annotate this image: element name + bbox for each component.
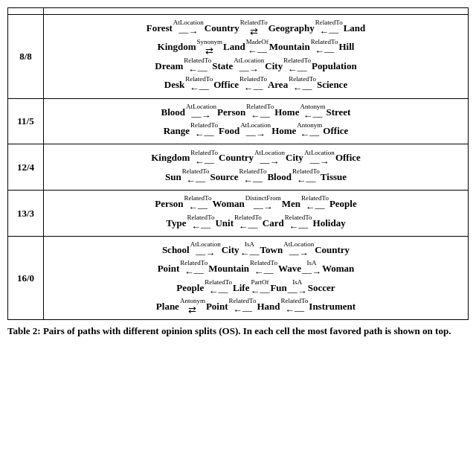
path-line: School AtLocation —→ City IsA ←— Town At…	[50, 241, 462, 258]
path-word: Country	[315, 241, 350, 258]
relation: RelatedTo ←—	[182, 168, 210, 185]
path-word: School	[162, 241, 190, 258]
path-line: Range RelatedTo ←— Food AtLocation —→ Ho…	[50, 122, 462, 139]
path-word: Science	[317, 76, 347, 93]
os-cell: 13/3	[8, 191, 44, 237]
path-word: Mountain	[269, 38, 310, 55]
os-cell: 8/8	[8, 15, 44, 99]
path-line: Sun RelatedTo ←— Source RelatedTo ←— Blo…	[50, 168, 462, 185]
path-word: Person	[155, 195, 183, 212]
path-word: State	[212, 57, 233, 74]
relation: AtLocation —→	[186, 103, 216, 121]
path-word: Person	[217, 103, 245, 121]
relation: RelatedTo ←—	[301, 195, 329, 212]
path-word: Country	[219, 149, 254, 166]
relation: Antonym ⇄	[180, 298, 205, 315]
table-row: 13/3Person RelatedTo ←— Woman DistinctFr…	[8, 191, 469, 237]
table-row: 12/4Kingdom RelatedTo ←— Country AtLocat…	[8, 144, 469, 191]
os-header	[8, 8, 44, 15]
relation: RelatedTo ←—	[280, 298, 308, 315]
path-word: Home	[274, 103, 299, 121]
path-word: People	[176, 279, 204, 296]
path-line: Type RelatedTo ←— Unit RelatedTo ←— Card…	[50, 214, 462, 231]
relation: RelatedTo ←—	[311, 39, 338, 56]
relation: RelatedTo ←—	[285, 214, 312, 231]
path-word: Land	[344, 19, 366, 36]
main-table: 8/8Forest AtLocation —→ Country RelatedT…	[7, 7, 469, 320]
relation: RelatedTo ←—	[239, 168, 267, 185]
path-word: Range	[164, 122, 190, 139]
os-cell: 16/0	[8, 236, 44, 320]
table-row: 8/8Forest AtLocation —→ Country RelatedT…	[8, 15, 469, 99]
path-word: Food	[219, 122, 239, 139]
path-word: Blood	[161, 103, 186, 121]
path-word: Wave	[278, 260, 301, 277]
relation: RelatedTo ←—	[205, 279, 232, 296]
path-word: Office	[213, 76, 239, 93]
path-line: Blood AtLocation —→ Person RelatedTo ←— …	[50, 103, 462, 121]
relation: RelatedTo ←—	[246, 103, 274, 121]
relation: RelatedTo ←—	[292, 168, 320, 185]
relation: IsA —→	[302, 260, 321, 277]
path-word: City	[265, 57, 283, 74]
path-word: Hand	[257, 298, 280, 315]
path-word: Card	[263, 214, 284, 231]
path-line: Person RelatedTo ←— Woman DistinctFrom —…	[50, 195, 462, 212]
path-line: Kingdom Synonym ⇄ Land MadeOf ←— Mountai…	[50, 38, 462, 55]
paths-header	[44, 8, 469, 15]
relation: RelatedTo ←—	[234, 214, 262, 231]
path-line: People RelatedTo ←— Life PartOf ←— Fun I…	[50, 279, 462, 296]
relation: IsA —→	[288, 279, 307, 296]
relation: RelatedTo ←—	[239, 76, 267, 93]
path-word: Hill	[338, 38, 354, 55]
path-word: Holiday	[313, 214, 346, 231]
relation: RelatedTo ←—	[315, 19, 343, 36]
path-word: Land	[223, 38, 245, 55]
path-line: Point RelatedTo ←— Mountain RelatedTo ←—…	[50, 260, 462, 277]
table-row: 16/0School AtLocation —→ City IsA ←— Tow…	[8, 236, 469, 320]
relation: MadeOf ←—	[246, 39, 268, 56]
path-word: Type	[166, 214, 186, 231]
path-word: Unit	[215, 214, 234, 231]
path-word: Country	[205, 19, 239, 36]
path-word: City	[286, 149, 303, 166]
caption-text: Table 2: Pairs of paths with different o…	[7, 325, 451, 336]
path-word: Office	[335, 149, 361, 166]
relation: Synonym ⇄	[197, 39, 223, 56]
path-word: Kingdom	[151, 149, 190, 166]
path-line: Dream RelatedTo ←— State AtLocation —→ C…	[50, 57, 462, 74]
paths-cell: Forest AtLocation —→ Country RelatedTo ⇄…	[44, 15, 469, 99]
path-line: Plane Antonym ⇄ Point RelatedTo ←— Hand …	[50, 298, 462, 315]
path-line: Kingdom RelatedTo ←— Country AtLocation …	[50, 149, 462, 166]
path-word: Blood	[267, 168, 292, 185]
relation: RelatedTo ←—	[283, 57, 311, 74]
relation: RelatedTo ←—	[190, 150, 218, 167]
relation: RelatedTo ←—	[229, 298, 257, 315]
relation: RelatedTo ←—	[289, 76, 316, 93]
relation: RelatedTo ←—	[184, 57, 211, 74]
table-caption: Table 2: Pairs of paths with different o…	[7, 324, 469, 338]
path-line: Forest AtLocation —→ Country RelatedTo ⇄…	[50, 19, 462, 36]
path-line: Desk RelatedTo ←— Office RelatedTo ←— Ar…	[50, 76, 462, 93]
relation: RelatedTo ⇄	[240, 19, 268, 36]
relation: RelatedTo ←—	[180, 260, 208, 277]
paths-cell: Kingdom RelatedTo ←— Country AtLocation …	[44, 144, 469, 191]
relation: IsA ←—	[240, 241, 260, 258]
relation: RelatedTo ←—	[184, 195, 212, 212]
relation: RelatedTo ←—	[190, 122, 218, 139]
relation: AtLocation —→	[283, 241, 314, 258]
table-row: 11/5Blood AtLocation —→ Person RelatedTo…	[8, 98, 469, 144]
relation: AtLocation —→	[304, 150, 335, 167]
os-cell: 12/4	[8, 144, 44, 191]
path-word: Street	[326, 103, 350, 121]
paths-cell: Blood AtLocation —→ Person RelatedTo ←— …	[44, 98, 469, 144]
path-word: Soccer	[308, 279, 335, 296]
path-word: Tissue	[321, 168, 347, 185]
path-word: Woman	[322, 260, 354, 277]
path-word: Plane	[156, 298, 179, 315]
paths-cell: Person RelatedTo ←— Woman DistinctFrom —…	[44, 191, 469, 237]
path-word: Source	[210, 168, 239, 185]
path-word: Life	[233, 279, 249, 296]
path-word: City	[222, 241, 239, 258]
paths-cell: School AtLocation —→ City IsA ←— Town At…	[44, 236, 469, 320]
